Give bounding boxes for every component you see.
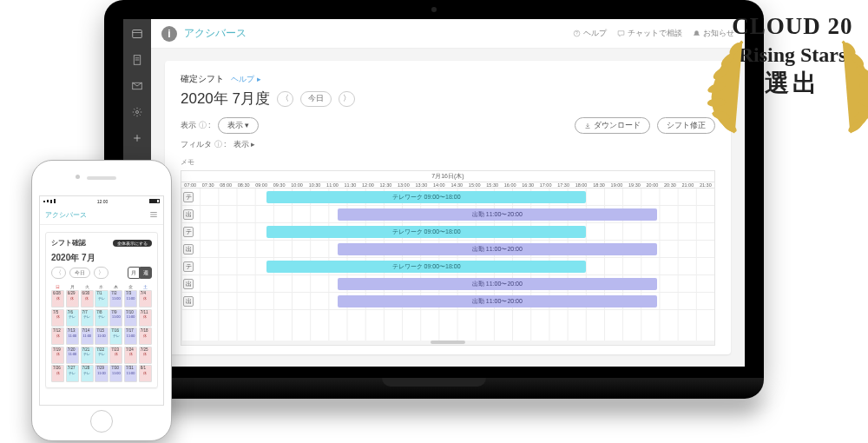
view-all-badge[interactable]: 全体表示にする — [113, 240, 152, 247]
calendar-cell[interactable]: 7/21テレ — [81, 347, 94, 364]
row-tag: テ — [183, 192, 194, 202]
view-segment[interactable]: 月 週 — [128, 267, 152, 279]
hour-label: 14:00 — [431, 182, 448, 188]
chat-link[interactable]: チャットで相談 — [617, 28, 682, 39]
period-label: 2020年 7月度 — [181, 89, 270, 109]
info-badge-icon[interactable]: i — [161, 26, 177, 42]
calendar-cell[interactable]: 7/311:00 — [124, 290, 137, 307]
calendar-cell[interactable]: 6/30休 — [81, 290, 94, 307]
nav-calendar-icon[interactable] — [131, 28, 143, 40]
hour-label: 15:00 — [466, 182, 483, 188]
phone-topbar: アクシバース — [40, 206, 163, 225]
calendar-cell[interactable]: 7/3111:00 — [124, 365, 137, 382]
prev-button[interactable]: 〈 — [51, 267, 66, 279]
svg-rect-0 — [133, 30, 142, 38]
nav-mail-icon[interactable] — [131, 80, 143, 92]
hour-label: 07:00 — [181, 182, 199, 188]
main-panel: i アクシバース ?ヘルプ チャットで相談 お知らせ 確定シフト ヘルプ ▸ 2… — [151, 19, 745, 367]
filter-value[interactable]: 表示 ▸ — [233, 139, 256, 150]
shift-card: シフト確認 全体表示にする 2020年 7月 〈 今日 〉 月 週 日月火水木金 — [45, 232, 158, 388]
calendar-cell[interactable]: 7/1011:00 — [124, 309, 137, 327]
calendar-cell[interactable]: 7/211:00 — [109, 290, 122, 307]
calendar-cell[interactable]: 7/1411:00 — [81, 327, 94, 345]
shift-bar[interactable]: 出勤 11:00〜20:00 — [338, 278, 657, 290]
topbar: i アクシバース ?ヘルプ チャットで相談 お知らせ — [151, 19, 745, 49]
prev-button[interactable]: 〈 — [277, 91, 293, 107]
schedule-row: 出出勤 11:00〜20:00 — [181, 206, 714, 223]
seg-month: 月 — [128, 267, 140, 279]
today-button[interactable]: 今日 — [69, 268, 90, 278]
calendar-cell[interactable]: 7/3011:00 — [109, 365, 122, 382]
calendar-cell[interactable]: 7/6テレ — [66, 309, 79, 327]
phone-mockup: 12:00 アクシバース シフト確認 全体表示にする 2020年 7月 〈 今日 — [31, 160, 172, 441]
hour-label: 20:00 — [643, 182, 661, 188]
shift-bar[interactable]: 出勤 11:00〜20:00 — [338, 243, 657, 255]
hour-label: 09:00 — [253, 182, 270, 188]
shift-bar[interactable]: テレワーク 09:00〜18:00 — [266, 191, 586, 203]
schedule-row: 出出勤 11:00〜20:00 — [181, 275, 714, 293]
schedule-row: テテレワーク 09:00〜18:00 — [181, 188, 714, 206]
help-link[interactable]: ?ヘルプ — [573, 28, 607, 39]
calendar-cell[interactable]: 8/1休 — [139, 365, 152, 382]
calendar-cell[interactable]: 7/28テレ — [81, 365, 94, 382]
menu-icon[interactable] — [149, 210, 158, 220]
nav-doc-icon[interactable] — [131, 54, 143, 66]
calendar-cell[interactable]: 7/18休 — [139, 327, 152, 345]
calendar-cell[interactable]: 7/8テレ — [95, 309, 108, 327]
phone-screen: 12:00 アクシバース シフト確認 全体表示にする 2020年 7月 〈 今日 — [39, 195, 164, 406]
calendar-cell[interactable]: 7/19休 — [51, 347, 64, 364]
calendar-cell[interactable]: 7/5休 — [51, 309, 64, 327]
today-button[interactable]: 今日 — [300, 91, 332, 107]
nav-settings-icon[interactable] — [131, 106, 143, 118]
display-label: 表示 ⓘ : — [181, 120, 211, 131]
schedule-row: 出出勤 11:00〜20:00 — [181, 293, 714, 310]
weekday-label: 月 — [66, 284, 80, 290]
calendar-cell[interactable]: 6/28休 — [51, 290, 64, 307]
laurel-right-icon — [833, 32, 868, 128]
calendar-cell[interactable]: 7/25休 — [139, 347, 152, 364]
calendar-cell[interactable]: 7/16テレ — [109, 327, 122, 345]
hour-label: 08:00 — [217, 182, 234, 188]
calendar-cell[interactable]: 7/1テレ — [95, 290, 108, 307]
calendar-cell[interactable]: 7/911:00 — [109, 309, 122, 327]
hour-label: 11:30 — [341, 182, 358, 188]
calendar-cell[interactable]: 7/1511:00 — [95, 327, 108, 345]
camera-icon — [76, 175, 80, 179]
calendar-cell[interactable]: 7/26休 — [51, 365, 64, 382]
calendar-cell[interactable]: 6/29休 — [66, 290, 79, 307]
weekday-label: 水 — [95, 284, 108, 290]
calendar-cell[interactable]: 7/11休 — [139, 309, 152, 327]
shift-bar[interactable]: 出勤 11:00〜20:00 — [338, 295, 657, 307]
calendar-cell[interactable]: 7/12休 — [51, 327, 64, 345]
nav-plus-icon[interactable] — [131, 132, 143, 144]
calendar-cell[interactable]: 7/2911:00 — [95, 365, 108, 382]
next-button[interactable]: 〉 — [339, 91, 355, 107]
calendar-cell[interactable]: 7/23休 — [109, 347, 122, 364]
calendar-cell[interactable]: 7/4休 — [139, 290, 152, 307]
calendar-cell[interactable]: 7/1711:00 — [124, 327, 137, 345]
calendar-cell[interactable]: 7/24休 — [124, 347, 137, 364]
hour-label: 16:00 — [501, 182, 518, 188]
hour-label: 12:30 — [377, 182, 394, 188]
calendar-cell[interactable]: 7/2011:00 — [66, 347, 79, 364]
next-button[interactable]: 〉 — [94, 267, 108, 279]
calendar-cell[interactable]: 7/27テレ — [66, 365, 79, 382]
schedule-rows: テテレワーク 09:00〜18:00出出勤 11:00〜20:00テテレワーク … — [181, 188, 714, 341]
shift-bar[interactable]: テレワーク 09:00〜18:00 — [266, 261, 586, 273]
calendar-cell[interactable]: 7/7テレ — [81, 309, 94, 327]
download-button[interactable]: ダウンロード — [575, 117, 650, 134]
scrollbar[interactable] — [181, 341, 714, 345]
home-button-icon[interactable] — [90, 410, 113, 433]
display-dropdown[interactable]: 表示 ▾ — [218, 117, 260, 134]
weekday-label: 火 — [80, 284, 94, 290]
laptop-bezel: i アクシバース ?ヘルプ チャットで相談 お知らせ 確定シフト ヘルプ ▸ 2… — [104, 0, 764, 379]
calendar-cell[interactable]: 7/1311:00 — [66, 327, 79, 345]
page-help-link[interactable]: ヘルプ ▸ — [231, 74, 261, 85]
schedule-table: 7月16日(木) 07:0007:3008:0008:3009:0009:301… — [181, 170, 715, 346]
hour-label: 07:30 — [199, 182, 216, 188]
laptop-mockup: i アクシバース ?ヘルプ チャットで相談 お知らせ 確定シフト ヘルプ ▸ 2… — [104, 0, 764, 399]
shift-bar[interactable]: 出勤 11:00〜20:00 — [338, 208, 657, 221]
shift-bar[interactable]: テレワーク 09:00〜18:00 — [266, 226, 586, 238]
calendar-cell[interactable]: 7/22テレ — [95, 347, 108, 364]
app-window: i アクシバース ?ヘルプ チャットで相談 お知らせ 確定シフト ヘルプ ▸ 2… — [123, 19, 745, 367]
